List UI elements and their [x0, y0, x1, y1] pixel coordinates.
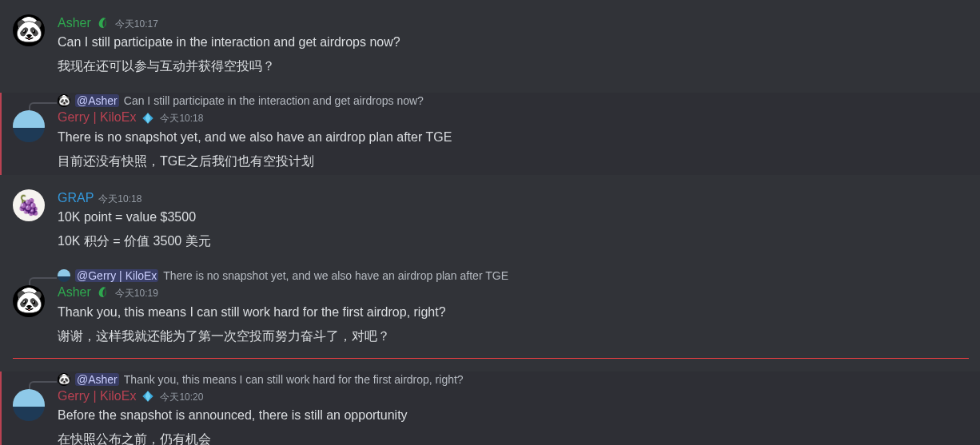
diamond-icon — [141, 390, 154, 403]
timestamp: 今天10:18 — [98, 193, 141, 206]
leaf-icon — [96, 285, 110, 300]
timestamp: 今天10:17 — [115, 18, 158, 31]
avatar[interactable] — [13, 285, 45, 317]
leaf-icon — [96, 16, 110, 30]
message-header: GRAP今天10:18 — [58, 189, 942, 207]
avatar[interactable] — [13, 389, 45, 421]
message-header: Asher今天10:17 — [58, 14, 942, 32]
timestamp: 今天10:20 — [160, 391, 203, 404]
new-messages-divider — [13, 358, 969, 359]
reply-context[interactable]: @AsherThank you, this means I can still … — [58, 373, 942, 386]
username[interactable]: Gerry | KiloEx — [58, 109, 136, 126]
reply-preview-text[interactable]: Thank you, this means I can still work h… — [124, 373, 464, 386]
message-header: Gerry | KiloEx今天10:18 — [58, 109, 942, 126]
svg-marker-3 — [145, 391, 151, 401]
reply-username[interactable]: @Asher — [75, 373, 119, 386]
username[interactable]: Gerry | KiloEx — [58, 387, 136, 405]
message-text: There is no snapshot yet, and we also ha… — [58, 129, 942, 146]
message-text: 谢谢，这样我就还能为了第一次空投而努力奋斗了，对吧？ — [58, 328, 942, 345]
avatar[interactable] — [13, 14, 45, 46]
reply-avatar[interactable] — [58, 269, 70, 282]
reply-avatar[interactable] — [58, 94, 70, 107]
avatar[interactable] — [13, 110, 45, 142]
message[interactable]: @Gerry | KiloExThere is no snapshot yet,… — [0, 268, 980, 349]
reply-context[interactable]: @Gerry | KiloExThere is no snapshot yet,… — [58, 269, 942, 282]
diamond-icon — [141, 111, 155, 125]
chat-log: Asher今天10:17Can I still participate in t… — [0, 13, 980, 445]
leaf-icon — [97, 17, 110, 30]
message-text: 10K point = value $3500 — [58, 209, 942, 226]
message[interactable]: Asher今天10:17Can I still participate in t… — [0, 13, 980, 80]
username[interactable]: GRAP — [58, 189, 94, 207]
message-text: Before the snapshot is announced, there … — [58, 407, 942, 424]
message-text: 我现在还可以参与互动并获得空投吗？ — [58, 58, 942, 75]
message-text: 10K 积分 = 价值 3500 美元 — [58, 232, 942, 250]
timestamp: 今天10:19 — [115, 287, 158, 300]
message[interactable]: GRAP今天10:1810K point = value $350010K 积分… — [0, 188, 980, 255]
message-text: Can I still participate in the interacti… — [58, 34, 942, 51]
diamond-icon — [141, 112, 154, 125]
diamond-icon — [141, 389, 155, 403]
message[interactable]: @AsherCan I still participate in the int… — [0, 93, 980, 174]
message-header: Asher今天10:19 — [58, 284, 942, 301]
message-text: Thank you, this means I can still work h… — [58, 304, 942, 321]
leaf-icon — [97, 286, 110, 299]
username[interactable]: Asher — [58, 284, 91, 301]
message-header: Gerry | KiloEx今天10:20 — [58, 387, 942, 405]
reply-preview-text[interactable]: Can I still participate in the interacti… — [124, 94, 424, 107]
reply-preview-text[interactable]: There is no snapshot yet, and we also ha… — [163, 269, 508, 282]
reply-username[interactable]: @Gerry | KiloEx — [75, 269, 158, 282]
message[interactable]: @AsherThank you, this means I can still … — [0, 371, 980, 445]
svg-marker-1 — [145, 113, 151, 123]
username[interactable]: Asher — [58, 14, 91, 32]
timestamp: 今天10:18 — [160, 112, 203, 125]
message-text: 目前还没有快照，TGE之后我们也有空投计划 — [58, 153, 942, 170]
reply-avatar[interactable] — [58, 373, 70, 386]
reply-context[interactable]: @AsherCan I still participate in the int… — [58, 94, 942, 107]
avatar[interactable] — [13, 189, 45, 221]
reply-username[interactable]: @Asher — [75, 94, 119, 107]
message-text: 在快照公布之前，仍有机会 — [58, 431, 942, 445]
